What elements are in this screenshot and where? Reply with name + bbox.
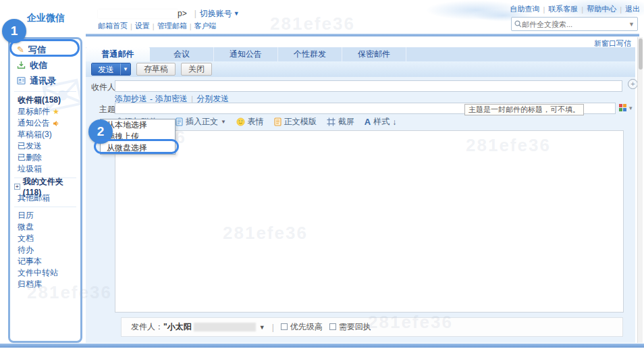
- nav-settings[interactable]: 设置: [135, 21, 150, 31]
- sidebar-item-compose[interactable]: ✎ 写信: [10, 42, 80, 57]
- subject-tooltip: 主题是一封邮件的标题，可不填。: [464, 104, 584, 115]
- account-line: p> | 切换账号 ▼: [98, 8, 240, 19]
- sidebar-item-sent[interactable]: 已发送: [10, 140, 80, 152]
- sidebar-item-calendar[interactable]: 日历: [10, 210, 80, 221]
- receipt-label: 需要回执: [339, 322, 371, 331]
- search-box[interactable]: ▼: [511, 17, 638, 31]
- tool-label: 正文模版: [284, 116, 317, 128]
- sidebar-item-deleted[interactable]: 已删除: [10, 152, 80, 163]
- tab-meeting[interactable]: 会议: [150, 47, 214, 61]
- self-service-link[interactable]: 自助查询: [510, 4, 539, 14]
- sidebar-item-file-transfer[interactable]: 文件中转站: [10, 267, 80, 279]
- screenshot-crosshair-icon: [327, 117, 336, 126]
- sidebar-item-todo[interactable]: 待办: [10, 244, 80, 256]
- sender-name: "小太阳: [163, 321, 192, 333]
- sidebar-item-label: 记事本: [18, 256, 42, 267]
- mail-nav-links: 邮箱首页 | 设置 | 管理邮箱 | 客户端: [98, 21, 217, 31]
- watermark: 281efe36: [270, 14, 355, 34]
- chevron-down-icon: ▼: [221, 119, 226, 125]
- sender-dropdown-caret-icon[interactable]: ▼: [259, 324, 265, 331]
- nav-client[interactable]: 客户端: [194, 21, 217, 31]
- sidebar-item-label: 文件中转站: [18, 267, 58, 279]
- sidebar-item-docs[interactable]: 文档: [10, 233, 80, 244]
- from-label: 发件人：: [131, 321, 163, 333]
- compose-tabbar: 普通邮件 会议 通知公告 个性群发 保密邮件: [86, 47, 635, 61]
- sidebar-item-other-mailbox[interactable]: 其他邮箱: [10, 192, 80, 204]
- priority-checkbox[interactable]: [281, 323, 288, 330]
- divider: [14, 207, 76, 207]
- sidebar-item-weidrive[interactable]: 微盘: [10, 221, 80, 233]
- sidebar-item-label: 通讯录: [30, 75, 56, 87]
- sidebar-item-receive[interactable]: 收信: [10, 57, 80, 73]
- sidebar-item-spam[interactable]: 垃圾箱: [10, 163, 80, 175]
- page: 281efe36 281efe36 281efe36 281efe36 281e…: [0, 0, 644, 351]
- smiley-icon: [236, 117, 245, 126]
- vertical-scrollbar[interactable]: [637, 37, 643, 343]
- screenshot-button[interactable]: 截屏: [327, 116, 354, 128]
- separator: |: [153, 22, 155, 30]
- scrollbar-thumb[interactable]: [639, 38, 643, 70]
- chevron-down-icon: ▼: [234, 10, 240, 17]
- app-logo: 企业微信: [27, 12, 65, 24]
- separator: |: [581, 5, 583, 14]
- add-recipient-plus-icon[interactable]: +: [628, 79, 638, 89]
- expand-icon[interactable]: +: [14, 184, 20, 190]
- sidebar-item-label: 日历: [18, 210, 34, 221]
- close-button[interactable]: 关闭: [181, 63, 212, 76]
- priority-label: 优先级高: [290, 322, 323, 331]
- tab-announcement[interactable]: 通知公告: [214, 47, 278, 61]
- style-button[interactable]: A 样式 ↓: [365, 116, 396, 128]
- sidebar-item-contacts[interactable]: 通讯录: [10, 73, 80, 88]
- style-letter-icon: A: [365, 117, 371, 127]
- subject-label: 主题: [99, 104, 115, 115]
- sidebar-item-archive[interactable]: 归档库: [10, 279, 80, 290]
- search-input[interactable]: [522, 20, 627, 28]
- step-2-badge: 2: [88, 119, 113, 144]
- tab-normal-mail[interactable]: 普通邮件: [86, 47, 150, 61]
- star-icon: ★: [53, 107, 59, 116]
- recipient-label: 收件人: [91, 82, 115, 93]
- sidebar-item-announcements[interactable]: 通知公告: [10, 117, 80, 129]
- separator: |: [620, 5, 622, 14]
- search-dropdown-caret-icon[interactable]: ▼: [628, 21, 635, 28]
- account-address-suffix: p>: [178, 9, 187, 18]
- body-template-button[interactable]: 正文模版: [274, 116, 317, 128]
- redacted-account-address: [98, 9, 178, 18]
- editor-body[interactable]: [115, 130, 624, 313]
- sidebar-item-label: 收件箱(158): [18, 94, 61, 106]
- switch-account-link[interactable]: 切换账号: [200, 8, 232, 20]
- separator: |: [272, 323, 274, 332]
- tool-label: 截屏: [338, 116, 354, 128]
- receipt-checkbox-row[interactable]: 需要回执: [329, 321, 371, 333]
- nav-manage-mailbox[interactable]: 管理邮箱: [157, 21, 187, 31]
- send-dropdown-caret-icon[interactable]: ▼: [120, 63, 130, 75]
- save-draft-button[interactable]: 存草稿: [136, 63, 176, 76]
- sidebar-item-drafts[interactable]: 草稿箱(3): [10, 129, 80, 140]
- tab-personalized-mass[interactable]: 个性群发: [278, 47, 342, 61]
- mail-tag-color-icon[interactable]: ▾: [619, 104, 633, 111]
- insert-body-button[interactable]: 插入正文 ▼: [176, 116, 226, 128]
- sidebar-item-inbox[interactable]: 收件箱(158): [10, 94, 80, 106]
- emoji-button[interactable]: 表情: [236, 116, 264, 128]
- sidebar-item-my-folders[interactable]: + 我的文件夹(118): [10, 181, 80, 192]
- sidebar-item-label: 已删除: [18, 152, 42, 163]
- sidebar-item-label: 垃圾箱: [18, 163, 42, 175]
- sidebar-item-starred[interactable]: 星标邮件 ★: [10, 106, 80, 117]
- sidebar-item-label: 归档库: [18, 279, 42, 290]
- sidebar-item-label: 已发送: [18, 140, 42, 152]
- receipt-checkbox[interactable]: [329, 323, 336, 330]
- menu-item-weidrive-select[interactable]: 从微盘选择: [101, 142, 175, 154]
- recipient-input[interactable]: [115, 80, 622, 92]
- document-icon: [176, 117, 183, 126]
- priority-checkbox-row[interactable]: 优先级高: [281, 321, 323, 333]
- send-button[interactable]: 发送 ▼: [91, 63, 131, 76]
- sidebar-item-notebook[interactable]: 记事本: [10, 256, 80, 267]
- divider: [14, 91, 76, 92]
- logout-link[interactable]: 退出: [625, 4, 640, 14]
- tab-confidential-mail[interactable]: 保密邮件: [342, 47, 406, 61]
- nav-mail-home[interactable]: 邮箱首页: [98, 21, 128, 31]
- help-center-link[interactable]: 帮助中心: [587, 4, 616, 14]
- sidebar-item-label: 其他邮箱: [18, 192, 50, 204]
- compose-toolbar: 发送 ▼ 存草稿 关闭: [86, 61, 635, 77]
- contact-support-link[interactable]: 联系客服: [548, 4, 578, 14]
